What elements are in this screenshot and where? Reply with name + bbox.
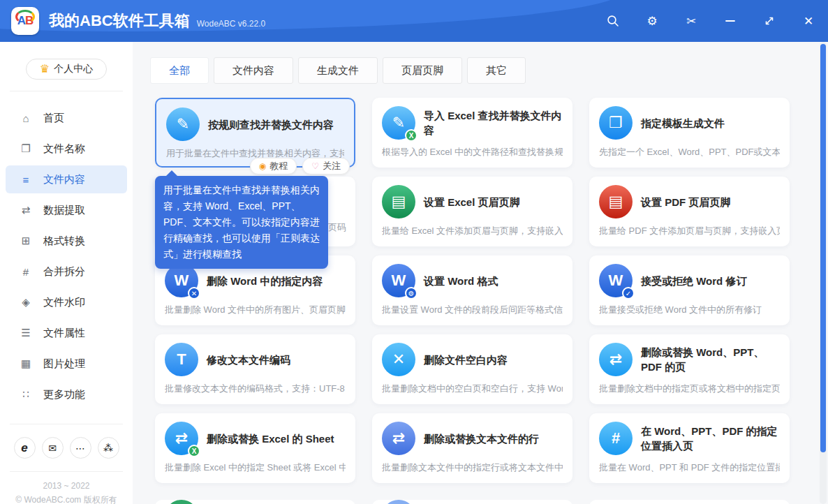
search-icon[interactable] <box>593 0 633 42</box>
card-description: 批量删除 Excel 中的指定 Sheet 或将 Excel 中的指 <box>165 461 346 474</box>
copyright: 2013 ~ 2022 © WodeABC.com 版权所有 <box>0 479 133 504</box>
tool-card[interactable]: ✎X导入 Excel 查找并替换文件内容根据导入的 Excel 中的文件路径和查… <box>372 98 572 168</box>
tool-card[interactable]: ⇄删除或替换 Word、PPT、PDF 的页批量删除文档中的指定页或将文档中的指… <box>589 334 790 404</box>
card-title: 设置 Word 格式 <box>424 274 498 288</box>
pill-label: 教程 <box>269 160 288 172</box>
tool-card[interactable]: ✎按规则查找并替换文件内容用于批量在文件中查找并替换相关内容，支持 W◉教程♡关… <box>155 98 355 168</box>
tab-2[interactable]: 文件内容 <box>214 57 293 84</box>
share-icon[interactable]: ⁂ <box>98 437 119 459</box>
tab-5[interactable]: 其它 <box>467 57 526 84</box>
card-description: 批量设置 Word 文件的段前段后间距等格式信息 <box>382 304 563 316</box>
grid-row: T修改文本文件编码批量修改文本文件的编码格式，支持：UTF-8、BI✕删除文件空… <box>155 334 790 404</box>
window-controls: ⚙ ✂ ✕ <box>593 0 828 42</box>
page-insert-icon: # <box>599 422 633 455</box>
card-tooltip: 用于批量在文件中查找并替换相关内容，支持 Word、Excel、PPT、PDF、… <box>155 176 328 269</box>
scrollbar-thumb[interactable] <box>820 44 826 452</box>
app-window: AB 我的ABC软件工具箱 WodeABC v6.22.0 ⚙ ✂ ✕ ♛ 个人… <box>0 0 828 504</box>
tool-card[interactable]: ▤设置 Excel 页眉页脚批量给 Excel 文件添加页眉与页脚，支持嵌入页码 <box>372 177 572 246</box>
next-row-card <box>589 500 790 504</box>
tool-card[interactable]: ✕删除文件空白内容批量删除文档中的空白页和空白行，支持 Word、 <box>372 334 572 404</box>
card-action-pills: ◉教程♡关注 <box>250 158 350 175</box>
data-extract-icon: ⇄ <box>20 204 32 216</box>
sidebar-item-3[interactable]: ≡文件内容 <box>6 165 127 193</box>
sidebar-divider <box>10 91 123 91</box>
card-title: 在 Word、PPT、PDF 的指定位置插入页 <box>641 424 780 453</box>
icon-badge: ⚙ <box>405 287 417 299</box>
next-row-partial <box>155 492 790 504</box>
blank-delete-icon: ✕ <box>382 343 415 376</box>
pill-label: 关注 <box>323 160 341 172</box>
sidebar-item-5[interactable]: ⊞格式转换 <box>6 227 127 255</box>
card-description: 批量给 PDF 文件添加页眉与页脚，支持嵌入页码 <box>599 225 780 237</box>
tool-card[interactable]: ⇄X删除或替换 Excel 的 Sheet批量删除 Excel 中的指定 She… <box>155 413 355 483</box>
card-title: 修改文本文件编码 <box>207 353 290 367</box>
line-replace-icon: ⇄ <box>382 422 415 455</box>
tool-card[interactable]: ❐指定模板生成文件先指定一个 Excel、Word、PPT、PDF或文本文件 <box>589 98 790 168</box>
sidebar-item-7[interactable]: ◈文件水印 <box>6 288 127 316</box>
icon-badge: X <box>188 445 200 457</box>
word-revision-icon: W✓ <box>599 264 633 297</box>
tool-card[interactable]: ▤设置 PDF 页眉页脚批量给 PDF 文件添加页眉与页脚，支持嵌入页码 <box>589 177 790 246</box>
sidebar-item-1[interactable]: ⌂首页 <box>6 104 127 132</box>
tab-4[interactable]: 页眉页脚 <box>383 57 462 84</box>
card-description: 先指定一个 Excel、Word、PPT、PDF或文本文件 <box>599 146 780 158</box>
tool-card[interactable]: W⚙设置 Word 格式批量设置 Word 文件的段前段后间距等格式信息 <box>372 255 572 325</box>
next-row-card <box>155 500 355 504</box>
sidebar-item-4[interactable]: ⇄数据提取 <box>6 196 127 224</box>
sidebar-item-label: 格式转换 <box>43 235 85 248</box>
personal-center-button[interactable]: ♛ 个人中心 <box>26 59 107 80</box>
pdf-header-footer-icon: ▤ <box>599 185 633 218</box>
mail-icon[interactable]: ✉ <box>42 437 64 459</box>
card-title: 删除 Word 中的指定内容 <box>207 274 323 288</box>
card-description: 批量删除文档中的空白页和空白行，支持 Word、 <box>382 383 563 395</box>
template-generate-icon: ❐ <box>599 106 633 140</box>
sidebar-item-10[interactable]: ∷更多功能 <box>6 380 127 408</box>
scrollbar-track[interactable] <box>820 42 827 504</box>
tool-card[interactable]: ⇄删除或替换文本文件的行批量删除文本文件中的指定行或将文本文件中的指 <box>372 413 572 483</box>
card-title: 删除或替换 Excel 的 Sheet <box>207 431 334 446</box>
follow-button[interactable]: ♡关注 <box>302 158 350 175</box>
excel-header-footer-icon: ▤ <box>382 185 415 218</box>
page-replace-icon: ⇄ <box>599 343 633 376</box>
settings-gear-icon[interactable]: ⚙ <box>633 0 672 42</box>
close-button[interactable]: ✕ <box>789 0 828 42</box>
format-convert-icon: ⊞ <box>20 235 32 247</box>
sidebar-item-label: 首页 <box>43 112 64 125</box>
card-description: 批量接受或拒绝 Word 文件中的所有修订 <box>599 304 780 316</box>
card-title: 设置 PDF 页眉页脚 <box>641 195 730 209</box>
partial-desc-text: 页码 <box>328 221 346 234</box>
sheet-replace-icon: ⇄X <box>165 422 198 455</box>
image-process-icon: ▦ <box>20 357 32 370</box>
minimize-button[interactable] <box>711 0 750 42</box>
sidebar-divider <box>10 424 123 424</box>
tools-scissors-icon[interactable]: ✂ <box>672 0 711 42</box>
icon-badge: ✕ <box>188 287 200 299</box>
maximize-button[interactable] <box>750 0 789 42</box>
tool-card[interactable]: W✓接受或拒绝 Word 修订批量接受或拒绝 Word 文件中的所有修订 <box>589 255 790 325</box>
grid-row: ⇄X删除或替换 Excel 的 Sheet批量删除 Excel 中的指定 She… <box>155 413 790 483</box>
chat-icon[interactable]: ⋯ <box>70 437 91 459</box>
sidebar-item-9[interactable]: ▦图片处理 <box>6 350 127 378</box>
title-bar: AB 我的ABC软件工具箱 WodeABC v6.22.0 ⚙ ✂ ✕ <box>0 0 828 42</box>
sidebar-item-label: 图片处理 <box>43 357 85 371</box>
card-title: 按规则查找并替换文件内容 <box>208 117 334 132</box>
sidebar-item-2[interactable]: ❐文件名称 <box>6 135 127 163</box>
more-features-icon: ∷ <box>20 388 32 401</box>
tab-3[interactable]: 生成文件 <box>298 57 378 84</box>
tool-card[interactable]: T修改文本文件编码批量修改文本文件的编码格式，支持：UTF-8、BI <box>155 334 355 404</box>
tutorial-button[interactable]: ◉教程 <box>250 158 297 175</box>
tab-1[interactable]: 全部 <box>150 57 209 84</box>
tool-card[interactable]: #在 Word、PPT、PDF 的指定位置插入页批量在 Word、PPT 和 P… <box>589 413 790 483</box>
sidebar-item-8[interactable]: ☰文件属性 <box>6 319 127 347</box>
sidebar-item-6[interactable]: #合并拆分 <box>6 258 127 286</box>
app-logo: AB <box>11 7 39 35</box>
card-title: 导入 Excel 查找并替换文件内容 <box>424 108 563 138</box>
card-title: 指定模板生成文件 <box>641 116 725 131</box>
file-name-icon: ❐ <box>20 142 32 155</box>
card-description: 根据导入的 Excel 中的文件路径和查找替换规则来 <box>382 146 563 158</box>
browser-icon[interactable]: e <box>14 437 36 459</box>
sidebar-item-label: 文件水印 <box>43 296 85 309</box>
sidebar-item-label: 数据提取 <box>43 204 85 217</box>
sidebar-item-label: 合并拆分 <box>43 265 85 279</box>
sidebar-item-label: 文件名称 <box>43 142 85 156</box>
